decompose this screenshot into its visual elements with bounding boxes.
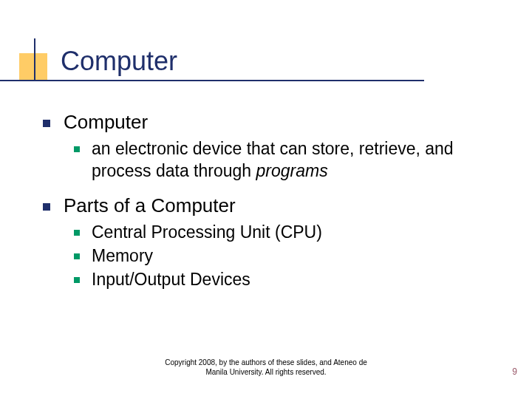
list-item: Input/Output Devices bbox=[74, 269, 494, 291]
title-block: Computer bbox=[0, 38, 532, 105]
bullet-icon bbox=[43, 203, 50, 211]
list-item-label: Computer bbox=[64, 111, 148, 134]
list-item-label: Parts of a Computer bbox=[64, 194, 236, 217]
list-item: Memory bbox=[74, 245, 494, 267]
slide-title: Computer bbox=[61, 46, 177, 77]
list-item: Parts of a Computer bbox=[43, 194, 494, 217]
title-accent-square bbox=[19, 53, 47, 81]
list-item: Computer bbox=[43, 111, 494, 134]
list-item: Central Processing Unit (CPU) bbox=[74, 222, 494, 244]
bullet-icon bbox=[43, 120, 50, 127]
list-item-label: an electronic device that can store, ret… bbox=[92, 138, 494, 183]
bullet-icon bbox=[74, 230, 80, 236]
list-item-label: Memory bbox=[92, 245, 153, 267]
bullet-icon bbox=[74, 253, 80, 259]
bullet-icon bbox=[74, 146, 80, 152]
list-item-label: Input/Output Devices bbox=[92, 269, 250, 291]
list-item-label: Central Processing Unit (CPU) bbox=[92, 222, 322, 244]
footer-copyright: Copyright 2008, by the authors of these … bbox=[0, 358, 532, 377]
bullet-icon bbox=[74, 277, 80, 283]
page-number: 9 bbox=[512, 366, 517, 377]
title-rule-vertical bbox=[34, 38, 35, 80]
title-rule-horizontal bbox=[0, 80, 424, 81]
list-item: an electronic device that can store, ret… bbox=[74, 138, 494, 183]
slide-body: Computer an electronic device that can s… bbox=[43, 111, 494, 303]
